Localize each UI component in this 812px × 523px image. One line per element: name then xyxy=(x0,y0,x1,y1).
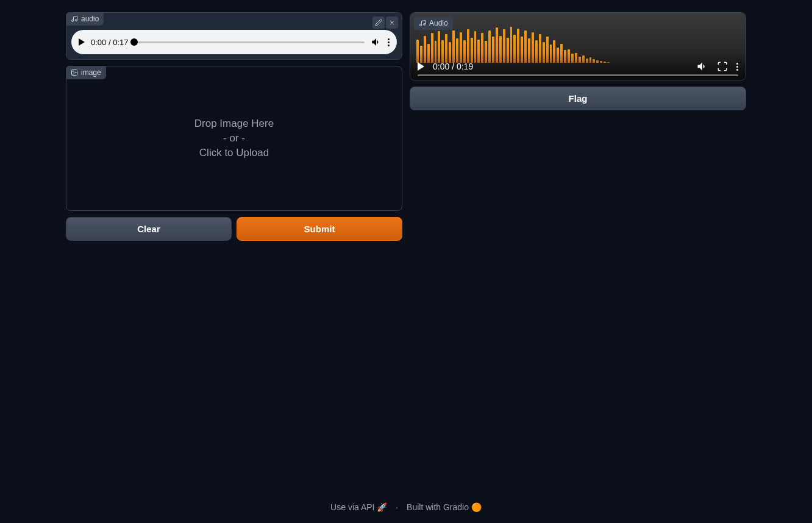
submit-button[interactable]: Submit xyxy=(237,217,402,241)
audio-progress-thumb[interactable] xyxy=(130,38,138,46)
image-input-panel: image Drop Image Here - or - Click to Up… xyxy=(66,66,402,211)
audio-output-panel: Audio 0:00 / 0:19 xyxy=(410,12,746,80)
input-column: audio 0:00 / 0:17 xyxy=(66,12,402,241)
audio-progress-track[interactable] xyxy=(134,41,365,43)
audio-input-panel: audio 0:00 / 0:17 xyxy=(66,12,402,60)
audio-input-label: audio xyxy=(66,12,104,26)
music-note-icon xyxy=(71,15,78,23)
svg-point-7 xyxy=(424,24,426,26)
footer: Use via API 🚀 · Built with Gradio 🟠 xyxy=(0,502,812,512)
input-buttons: Clear Submit xyxy=(66,217,402,241)
clear-button[interactable]: Clear xyxy=(66,217,232,241)
output-progress-track[interactable] xyxy=(418,74,738,76)
flag-button[interactable]: Flag xyxy=(410,87,746,110)
fullscreen-icon[interactable] xyxy=(717,61,728,72)
svg-point-5 xyxy=(73,71,74,73)
click-upload-text: Click to Upload xyxy=(199,147,269,159)
image-dropzone[interactable]: Drop Image Here - or - Click to Upload xyxy=(71,71,397,205)
output-volume-icon[interactable] xyxy=(696,60,708,73)
svg-point-1 xyxy=(76,20,77,21)
drop-text: Drop Image Here xyxy=(194,118,274,130)
close-button[interactable] xyxy=(386,16,398,29)
svg-point-0 xyxy=(72,20,74,22)
svg-point-6 xyxy=(420,24,422,26)
image-icon xyxy=(71,69,78,76)
audio-output-label-text: Audio xyxy=(429,19,448,27)
or-text: - or - xyxy=(223,132,245,144)
output-menu-icon[interactable] xyxy=(736,63,738,71)
output-play-button[interactable] xyxy=(418,62,424,71)
audio-input-label-text: audio xyxy=(81,15,99,23)
volume-icon[interactable] xyxy=(371,37,382,48)
output-column: Audio 0:00 / 0:19 Flag xyxy=(410,12,746,241)
api-link[interactable]: Use via API 🚀 xyxy=(330,502,387,512)
audio-player: 0:00 / 0:17 xyxy=(71,30,397,54)
gradio-link[interactable]: Built with Gradio 🟠 xyxy=(407,502,482,512)
music-note-icon xyxy=(419,20,426,27)
play-button[interactable] xyxy=(79,38,85,46)
audio-output-label: Audio xyxy=(414,16,453,30)
footer-separator: · xyxy=(396,502,398,512)
output-time-display: 0:00 / 0:19 xyxy=(433,62,473,71)
image-input-label-text: image xyxy=(81,68,101,77)
audio-time-display: 0:00 / 0:17 xyxy=(91,38,128,47)
image-input-label: image xyxy=(66,66,106,79)
edit-button[interactable] xyxy=(372,16,385,29)
audio-menu-icon[interactable] xyxy=(388,38,390,46)
